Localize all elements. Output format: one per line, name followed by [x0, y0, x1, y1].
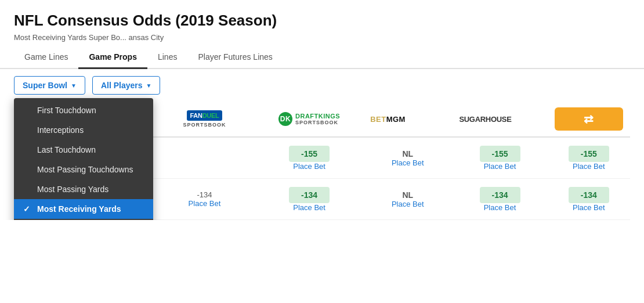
odds-badge: -134 — [569, 187, 609, 203]
place-bet-link-hill-sh[interactable]: Place Bet — [459, 203, 540, 212]
odds-badge: -155 — [569, 146, 609, 162]
place-bet-link-robinson-sh[interactable]: Place Bet — [459, 162, 540, 171]
tab-player-futures[interactable]: Player Futures Lines — [187, 46, 283, 69]
dropdown-label: Most Passing Yards — [37, 185, 108, 194]
fanduel-logo: FANDUEL SPORTSBOOK — [161, 110, 248, 128]
place-bet-link-hill-br[interactable]: Place Bet — [555, 203, 623, 212]
odds-cell-robinson-sugarhouse: -155 Place Bet — [452, 137, 547, 179]
odds-partial: -134 — [161, 190, 248, 199]
odds-cell-hill-draftkings: -134 Place Bet — [255, 179, 363, 220]
fanduel-icon: FANDUEL — [187, 110, 223, 121]
odds-cell-hill-fanduel: -134 Place Bet — [154, 179, 255, 220]
odds-cell-robinson-betmgm: NL Place Bet — [363, 137, 452, 179]
betrivers-icon: ⇄ — [584, 112, 594, 126]
col-betrivers: ⇄ — [548, 102, 630, 137]
dropdown-item-first-touchdown[interactable]: First Touchdown — [14, 100, 153, 120]
place-bet-link-hill-fd[interactable]: Place Bet — [161, 199, 248, 208]
dropdown-label: Most Receiving Yards — [37, 204, 121, 214]
col-fanduel: FANDUEL SPORTSBOOK — [154, 102, 255, 137]
chevron-down-icon-2: ▼ — [146, 82, 152, 89]
chevron-down-icon: ▼ — [71, 82, 77, 89]
place-bet-link-hill-dk[interactable]: Place Bet — [262, 203, 356, 212]
betmgm-logo: BETMGM — [370, 115, 445, 124]
odds-badge: -134 — [289, 187, 330, 203]
dropdown-item-most-passing-yards[interactable]: Most Passing Yards — [14, 179, 153, 199]
place-bet-link-hill-betmgm[interactable]: Place Bet — [370, 200, 445, 208]
dropdown-item-most-rushing-yards[interactable]: Most Rushing Yards — [14, 219, 153, 220]
draftkings-logo: DK DRAFTKINGS SPORTSBOOK — [262, 112, 356, 126]
odds-cell-robinson-draftkings: -155 Place Bet — [255, 137, 363, 179]
super-bowl-filter[interactable]: Super Bowl ▼ — [14, 76, 85, 95]
tab-lines[interactable]: Lines — [147, 46, 187, 69]
odds-cell-robinson-betrivers: -155 Place Bet — [548, 137, 630, 179]
tab-bar: Game Lines Game Props Lines Player Futur… — [0, 46, 644, 69]
dropdown-label: Interceptions — [37, 125, 84, 135]
filters-row: Super Bowl ▼ All Players ▼ First Touchdo… — [0, 69, 644, 102]
dropdown-label: Most Passing Touchdowns — [37, 165, 133, 174]
bet-label: BET — [370, 115, 386, 124]
all-players-label: All Players — [101, 81, 143, 90]
draftkings-label-2: SPORTSBOOK — [295, 120, 340, 125]
dropdown-item-interceptions[interactable]: Interceptions — [14, 120, 153, 140]
tab-game-lines[interactable]: Game Lines — [14, 46, 78, 69]
col-draftkings: DK DRAFTKINGS SPORTSBOOK — [255, 102, 363, 137]
col-sugarhouse: SUGARHOUSE — [452, 102, 547, 137]
dropdown-label: Last Touchdown — [37, 145, 96, 154]
fanduel-label: SPORTSBOOK — [183, 122, 226, 128]
super-bowl-label: Super Bowl — [23, 81, 67, 90]
draftkings-label-1: DRAFTKINGS — [295, 113, 340, 120]
dropdown-item-most-passing-tds[interactable]: Most Passing Touchdowns — [14, 160, 153, 179]
odds-cell-robinson-fanduel — [154, 137, 255, 179]
odds-badge: -155 — [480, 146, 520, 162]
dropdown-item-most-receiving-yards[interactable]: ✓ Most Receiving Yards — [14, 199, 153, 219]
place-bet-link-robinson-br[interactable]: Place Bet — [555, 162, 623, 171]
place-bet-link-robinson-dk[interactable]: Place Bet — [262, 162, 356, 171]
dropdown-item-last-touchdown[interactable]: Last Touchdown — [14, 140, 153, 160]
check-icon-selected: ✓ — [23, 204, 32, 214]
page-title: NFL Consensus Odds (2019 Season) — [14, 12, 630, 30]
place-bet-link-robinson-betmgm[interactable]: Place Bet — [370, 158, 445, 167]
odds-badge: -155 — [289, 146, 330, 162]
dk-icon: DK — [278, 112, 292, 126]
odds-badge: -134 — [480, 187, 520, 203]
dropdown-label: First Touchdown — [37, 106, 96, 115]
prop-type-dropdown: First Touchdown Interceptions Last Touch… — [14, 98, 153, 220]
tab-game-props[interactable]: Game Props — [78, 46, 147, 69]
all-players-filter[interactable]: All Players ▼ — [92, 76, 161, 95]
col-betmgm: BETMGM — [363, 102, 452, 137]
page-wrapper: NFL Consensus Odds (2019 Season) Most Re… — [0, 0, 644, 220]
odds-cell-hill-sugarhouse: -134 Place Bet — [452, 179, 547, 220]
odds-cell-hill-betmgm: NL Place Bet — [363, 179, 452, 220]
sugarhouse-logo: SUGARHOUSE — [459, 115, 540, 124]
mgm-label: MGM — [386, 115, 406, 124]
odds-nl: NL — [370, 190, 445, 200]
breadcrumb: Most Receiving Yards Super Bo... ansas C… — [14, 33, 630, 42]
page-header: NFL Consensus Odds (2019 Season) Most Re… — [0, 0, 644, 46]
betrivers-logo: ⇄ — [555, 107, 623, 131]
odds-nl: NL — [370, 149, 445, 158]
odds-cell-hill-betrivers: -134 Place Bet — [548, 179, 630, 220]
